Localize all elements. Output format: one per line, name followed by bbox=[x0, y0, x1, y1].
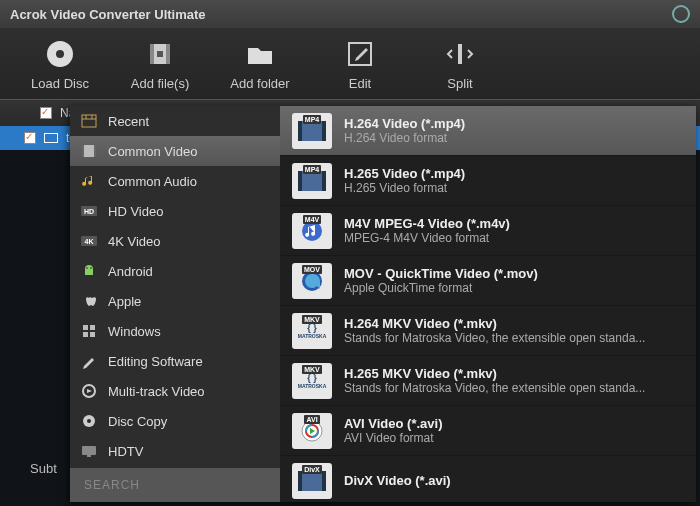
format-thumb-icon: M4V bbox=[292, 213, 332, 249]
svg-rect-5 bbox=[157, 51, 163, 57]
svg-rect-3 bbox=[150, 44, 154, 64]
svg-rect-12 bbox=[82, 145, 96, 157]
4k-icon: 4K bbox=[80, 232, 98, 250]
format-thumb-icon: MP4 bbox=[292, 113, 332, 149]
category-android[interactable]: Android bbox=[70, 256, 280, 286]
format-column: MP4H.264 Video (*.mp4)H.264 Video format… bbox=[280, 106, 696, 502]
svg-rect-14 bbox=[94, 145, 96, 157]
category-multitrack[interactable]: Multi-track Video bbox=[70, 376, 280, 406]
format-desc: Apple QuickTime format bbox=[344, 281, 538, 295]
svg-rect-21 bbox=[83, 325, 88, 330]
format-title: H.264 Video (*.mp4) bbox=[344, 116, 465, 131]
subtitles-label: Subt bbox=[30, 461, 57, 476]
svg-rect-30 bbox=[298, 121, 326, 141]
svg-text:HD: HD bbox=[84, 208, 94, 215]
apple-icon bbox=[80, 292, 98, 310]
format-item[interactable]: MP4H.265 Video (*.mp4)H.265 Video format bbox=[280, 156, 696, 206]
category-4k[interactable]: 4K4K Video bbox=[70, 226, 280, 256]
toolbar-split-button[interactable]: Split bbox=[410, 36, 510, 91]
category-label: Multi-track Video bbox=[108, 384, 205, 399]
format-thumb-icon: MKV{ }MATROSKA bbox=[292, 313, 332, 349]
hd-icon: HD bbox=[80, 202, 98, 220]
toolbar-film-button[interactable]: Add file(s) bbox=[110, 36, 210, 91]
format-thumb-icon: MP4 bbox=[292, 163, 332, 199]
toolbar-label: Split bbox=[447, 76, 472, 91]
windows-icon bbox=[80, 322, 98, 340]
format-desc: H.264 Video format bbox=[344, 131, 465, 145]
svg-rect-24 bbox=[90, 332, 95, 337]
video-icon bbox=[80, 142, 98, 160]
row-checkbox[interactable] bbox=[24, 132, 36, 144]
category-editing[interactable]: Editing Software bbox=[70, 346, 280, 376]
format-item[interactable]: AVIAVI Video (*.avi)AVI Video format bbox=[280, 406, 696, 456]
svg-rect-29 bbox=[87, 455, 91, 457]
category-apple[interactable]: Apple bbox=[70, 286, 280, 316]
category-label: 4K Video bbox=[108, 234, 161, 249]
format-title: H.265 MKV Video (*.mkv) bbox=[344, 366, 645, 381]
disccopy-icon bbox=[80, 412, 98, 430]
format-item[interactable]: MKV{ }MATROSKAH.265 MKV Video (*.mkv)Sta… bbox=[280, 356, 696, 406]
format-title: M4V MPEG-4 Video (*.m4v) bbox=[344, 216, 510, 231]
svg-rect-28 bbox=[82, 446, 96, 455]
format-title: AVI Video (*.avi) bbox=[344, 416, 443, 431]
svg-point-36 bbox=[302, 221, 322, 241]
svg-rect-13 bbox=[82, 145, 84, 157]
svg-rect-34 bbox=[298, 171, 302, 191]
category-label: Disc Copy bbox=[108, 414, 167, 429]
svg-point-1 bbox=[56, 50, 64, 58]
svg-rect-42 bbox=[298, 471, 302, 491]
category-label: Editing Software bbox=[108, 354, 203, 369]
category-hdtv[interactable]: HDTV bbox=[70, 436, 280, 466]
svg-point-19 bbox=[86, 267, 88, 269]
main-toolbar: Load DiscAdd file(s)Add folderEditSplit bbox=[0, 28, 700, 100]
format-item[interactable]: M4VM4V MPEG-4 Video (*.m4v)MPEG-4 M4V Vi… bbox=[280, 206, 696, 256]
folder-icon bbox=[242, 36, 278, 72]
audio-icon bbox=[80, 172, 98, 190]
app-logo-icon bbox=[672, 5, 690, 23]
svg-rect-22 bbox=[90, 325, 95, 330]
format-thumb-icon: AVI bbox=[292, 413, 332, 449]
svg-point-27 bbox=[87, 419, 91, 423]
svg-rect-41 bbox=[298, 471, 326, 491]
format-item[interactable]: MOVMOV - QuickTime Video (*.mov)Apple Qu… bbox=[280, 256, 696, 306]
toolbar-folder-button[interactable]: Add folder bbox=[210, 36, 310, 91]
format-title: H.264 MKV Video (*.mkv) bbox=[344, 316, 645, 331]
category-disccopy[interactable]: Disc Copy bbox=[70, 406, 280, 436]
category-column: RecentCommon VideoCommon AudioHDHD Video… bbox=[70, 106, 280, 502]
svg-rect-35 bbox=[322, 171, 326, 191]
svg-rect-7 bbox=[458, 44, 462, 64]
format-desc: MPEG-4 M4V Video format bbox=[344, 231, 510, 245]
category-audio[interactable]: Common Audio bbox=[70, 166, 280, 196]
format-search-input[interactable]: SEARCH bbox=[70, 468, 280, 502]
edit-icon bbox=[342, 36, 378, 72]
category-recent[interactable]: Recent bbox=[70, 106, 280, 136]
format-title: H.265 Video (*.mp4) bbox=[344, 166, 465, 181]
svg-rect-32 bbox=[322, 121, 326, 141]
toolbar-edit-button[interactable]: Edit bbox=[310, 36, 410, 91]
category-video[interactable]: Common Video bbox=[70, 136, 280, 166]
disc-icon bbox=[42, 36, 78, 72]
hdtv-icon bbox=[80, 442, 98, 460]
svg-rect-8 bbox=[82, 115, 96, 127]
format-thumb-icon: DivX bbox=[292, 463, 332, 499]
format-desc: AVI Video format bbox=[344, 431, 443, 445]
select-all-checkbox[interactable] bbox=[40, 107, 52, 119]
category-label: Windows bbox=[108, 324, 161, 339]
format-item[interactable]: DivXDivX Video (*.avi) bbox=[280, 456, 696, 502]
format-desc: Stands for Matroska Video, the extensibl… bbox=[344, 381, 645, 395]
svg-point-20 bbox=[90, 267, 92, 269]
svg-rect-4 bbox=[166, 44, 170, 64]
toolbar-label: Add folder bbox=[230, 76, 289, 91]
category-label: HDTV bbox=[108, 444, 143, 459]
svg-rect-31 bbox=[298, 121, 302, 141]
format-item[interactable]: MKV{ }MATROSKAH.264 MKV Video (*.mkv)Sta… bbox=[280, 306, 696, 356]
format-item[interactable]: MP4H.264 Video (*.mp4)H.264 Video format bbox=[280, 106, 696, 156]
category-hd[interactable]: HDHD Video bbox=[70, 196, 280, 226]
multitrack-icon bbox=[80, 382, 98, 400]
format-desc: Stands for Matroska Video, the extensibl… bbox=[344, 331, 645, 345]
toolbar-disc-button[interactable]: Load Disc bbox=[10, 36, 110, 91]
svg-rect-33 bbox=[298, 171, 326, 191]
category-label: Common Video bbox=[108, 144, 197, 159]
format-title: DivX Video (*.avi) bbox=[344, 473, 451, 488]
category-windows[interactable]: Windows bbox=[70, 316, 280, 346]
